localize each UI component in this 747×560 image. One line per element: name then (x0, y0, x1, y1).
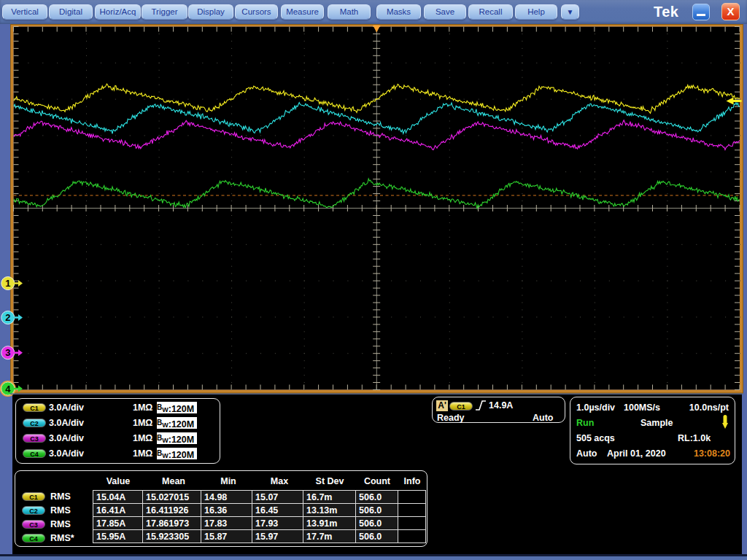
svg-text:1: 1 (5, 278, 10, 289)
svg-text:4: 4 (5, 384, 11, 394)
svg-text:3: 3 (5, 347, 10, 358)
svg-text:2: 2 (5, 312, 10, 323)
